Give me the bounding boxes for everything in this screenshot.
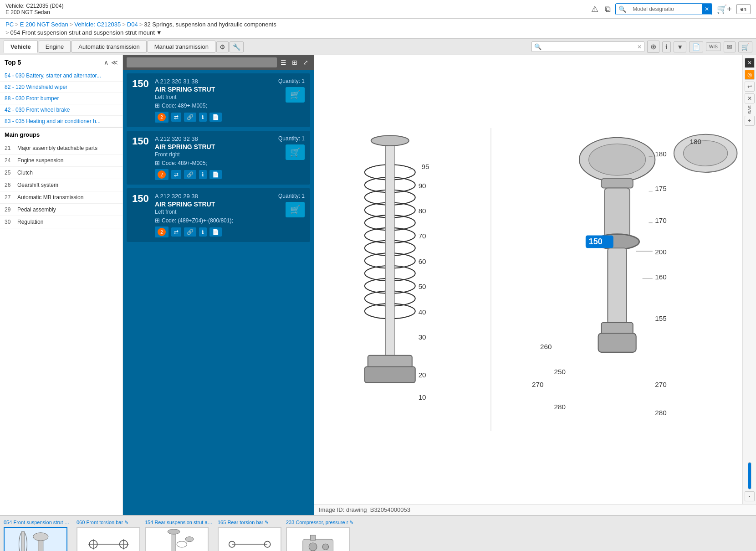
- tab-manual-transmission[interactable]: Manual transmission: [148, 41, 215, 53]
- middle-toolbar: ☰ ⊞ ⤢: [123, 55, 314, 70]
- part-badge-2[interactable]: 2: [155, 227, 169, 237]
- part-info-1[interactable]: ℹ: [199, 170, 207, 179]
- add-to-cart-1[interactable]: 🛒: [286, 144, 305, 160]
- part-card-0: 150 A 212 320 31 38 AIR SPRING STRUT Lef…: [127, 73, 310, 127]
- group-item-25[interactable]: 25 Clutch: [0, 167, 123, 179]
- part-info-2[interactable]: ℹ: [199, 227, 207, 237]
- toolbar-search[interactable]: 🔍 ✕: [531, 41, 644, 52]
- lang-button[interactable]: en: [736, 4, 751, 14]
- group-item-29[interactable]: 29 Pedal assembly: [0, 204, 123, 216]
- group-item-24[interactable]: 24 Engine suspension: [0, 154, 123, 167]
- quick-item-1[interactable]: 82 - 120 Windshield wiper: [0, 82, 123, 93]
- quick-item-2[interactable]: 88 - 030 Front bumper: [0, 93, 123, 104]
- part-pos-0: 150: [132, 78, 150, 123]
- part-action-icons-1: 2 ⇄ 🔗 ℹ 📄: [155, 169, 274, 180]
- document-icon[interactable]: 📄: [689, 41, 703, 52]
- cross-icon[interactable]: ✕: [745, 93, 755, 103]
- breadcrumb-sub-label: 054 Front suspension strut and suspensio…: [10, 29, 155, 36]
- part-link-0[interactable]: 🔗: [184, 113, 196, 122]
- thumb-img-0[interactable]: [4, 527, 67, 551]
- copy-icon[interactable]: ⧉: [605, 5, 611, 14]
- thumb-img-4[interactable]: [286, 527, 350, 551]
- thumb-1[interactable]: 060 Front torsion bar ✎: [77, 520, 140, 551]
- part-exchange-0[interactable]: ⇄: [171, 113, 181, 122]
- breadcrumb-sub-dropdown[interactable]: 054 Front suspension strut and suspensio…: [10, 29, 162, 36]
- cart-add-icon[interactable]: 🛒+: [717, 4, 732, 14]
- breadcrumb-vehicle[interactable]: Vehicle: C212035: [74, 21, 121, 28]
- model-search[interactable]: 🔍 ✕: [615, 3, 712, 15]
- part-action-icons-2: 2 ⇄ 🔗 ℹ 📄: [155, 227, 274, 237]
- part-badge-0[interactable]: 2: [155, 112, 169, 123]
- tab-engine[interactable]: Engine: [39, 41, 71, 53]
- part-doc-0[interactable]: 📄: [209, 113, 222, 122]
- clear-toolbar-search[interactable]: ✕: [635, 42, 644, 51]
- thumb-3[interactable]: 165 Rear torsion bar ✎: [218, 520, 281, 551]
- thumb-label-0: 054 Front suspension strut and suspensio…: [4, 520, 72, 525]
- thumb-4[interactable]: 233 Compressor, pressure r ✎: [286, 520, 353, 551]
- undo-icon[interactable]: ↩: [745, 82, 755, 92]
- part-info-0[interactable]: ℹ: [199, 113, 207, 122]
- filter-icon[interactable]: ▼: [674, 41, 686, 52]
- part-exchange-2[interactable]: ⇄: [171, 227, 181, 237]
- highlight-tool-btn[interactable]: ◎: [745, 70, 755, 80]
- part-doc-2[interactable]: 📄: [209, 227, 222, 237]
- quick-item-4[interactable]: 83 - 035 Heating and air conditioner h..…: [0, 116, 123, 127]
- thumb-img-3[interactable]: [218, 527, 281, 551]
- tab-automatic-transmission[interactable]: Automatic transmission: [72, 41, 146, 53]
- group-item-30[interactable]: 30 Regulation: [0, 216, 123, 228]
- thumb-img-1[interactable]: [77, 527, 140, 551]
- group-num-29: 29: [5, 206, 17, 213]
- part-badge-1[interactable]: 2: [155, 169, 169, 180]
- svg-text:80: 80: [419, 207, 426, 215]
- diagram-area: 95 90 80 70 60 50 40 30 20 10: [314, 55, 756, 504]
- part-exchange-1[interactable]: ⇄: [171, 170, 181, 179]
- list-view-icon[interactable]: ☰: [279, 58, 288, 67]
- breadcrumb-model[interactable]: E 200 NGT Sedan: [20, 21, 68, 28]
- svg-text:280: 280: [554, 403, 566, 411]
- tab-vehicle[interactable]: Vehicle: [4, 41, 38, 53]
- grid-view-icon[interactable]: ⊞: [290, 58, 299, 67]
- part-doc-1[interactable]: 📄: [209, 170, 222, 179]
- info-icon[interactable]: ℹ: [662, 41, 671, 52]
- mail-icon[interactable]: ✉: [724, 41, 736, 52]
- search-icon[interactable]: 🔍: [616, 4, 629, 15]
- hide-panel-icon[interactable]: ≪: [111, 59, 118, 66]
- svg-text:60: 60: [419, 257, 426, 265]
- zoom-out-btn[interactable]: -: [745, 491, 755, 501]
- warning-icon[interactable]: ⚠: [591, 4, 598, 14]
- toolbar-search-input[interactable]: [544, 42, 635, 51]
- scroll-indicator[interactable]: [748, 462, 751, 489]
- group-item-26[interactable]: 26 Gearshift system: [0, 179, 123, 191]
- thumb-2[interactable]: 154 Rear suspension strut and suspension…: [145, 520, 213, 551]
- wis-icon[interactable]: WIS: [706, 42, 721, 51]
- svg-rect-68: [172, 532, 176, 551]
- wrench-icon[interactable]: 🔧: [230, 41, 244, 52]
- breadcrumb-current: 32 Springs, suspension and hydraulic com…: [144, 21, 276, 28]
- thumb-label-1: 060 Front torsion bar ✎: [77, 520, 128, 525]
- clear-search-button[interactable]: ✕: [702, 4, 712, 14]
- group-item-21[interactable]: 21 Major assembly detachable parts: [0, 142, 123, 154]
- search-input[interactable]: [629, 4, 702, 14]
- breadcrumb-d04[interactable]: D04: [127, 21, 138, 28]
- thumb-img-2[interactable]: [145, 527, 209, 551]
- cart-icon[interactable]: 🛒: [738, 41, 752, 52]
- vehicle-info: Vehicle: C212035 (D04) E 200 NGT Sedan: [5, 3, 63, 15]
- group-item-27[interactable]: 27 Automatic MB transmission: [0, 191, 123, 204]
- part-link-1[interactable]: 🔗: [184, 170, 196, 179]
- chevron-down-icon[interactable]: ▼: [156, 29, 162, 36]
- settings-icon[interactable]: ⚙: [216, 41, 229, 52]
- add-to-cart-0[interactable]: 🛒: [286, 87, 305, 103]
- close-diagram-btn[interactable]: ✕: [745, 58, 755, 68]
- expand-view-icon[interactable]: ⤢: [301, 58, 310, 67]
- thumb-0[interactable]: 054 Front suspension strut and suspensio…: [4, 520, 72, 551]
- zoom-in-btn[interactable]: +: [745, 116, 755, 126]
- quick-item-0[interactable]: 54 - 030 Battery, starter and alternator…: [0, 70, 123, 82]
- part-link-2[interactable]: 🔗: [184, 227, 196, 237]
- part-name-0: AIR SPRING STRUT: [155, 86, 274, 93]
- quick-item-3[interactable]: 42 - 030 Front wheel brake: [0, 104, 123, 116]
- breadcrumb-pc[interactable]: PC: [5, 21, 14, 28]
- add-to-cart-2[interactable]: 🛒: [286, 202, 305, 217]
- zoom-in-icon[interactable]: ⊕: [647, 41, 659, 53]
- table-icon-1: ⊞: [155, 160, 160, 166]
- collapse-icon[interactable]: ∧: [104, 59, 108, 66]
